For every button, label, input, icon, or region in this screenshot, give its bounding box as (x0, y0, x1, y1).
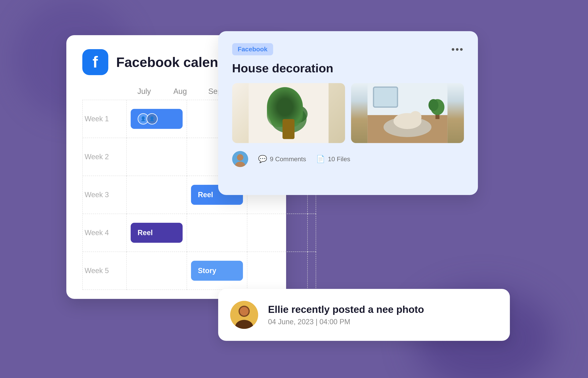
svg-point-18 (237, 154, 243, 161)
week-3-event-label: Reel (198, 191, 213, 199)
facebook-logo: f (82, 49, 108, 75)
week-4-oct (308, 214, 316, 252)
week-5-july (127, 252, 187, 290)
week-4-label-cell: Week 4 (83, 214, 127, 252)
week-4-aug (187, 214, 247, 252)
svg-rect-1 (283, 123, 294, 137)
week-1-event[interactable]: 👤 👤 (131, 109, 183, 129)
post-image-dog (351, 83, 464, 143)
week-1-label: Week 1 (85, 115, 109, 123)
svg-rect-0 (249, 83, 328, 143)
week-5-aug: Story (187, 252, 247, 290)
week-4-label: Week 4 (85, 229, 109, 237)
post-meta: 💬 9 Comments 📄 10 Files (232, 151, 464, 167)
files-count: 10 Files (328, 155, 350, 163)
month-spacer (82, 87, 126, 96)
comments-count: 9 Comments (270, 155, 306, 163)
post-image-plant (232, 83, 345, 143)
post-title: House decoration (232, 61, 464, 75)
notification-avatar (230, 301, 258, 329)
post-detail-card: Facebook ••• House decoration (218, 31, 478, 195)
week-5-event[interactable]: Story (191, 261, 243, 281)
week-5-oct (308, 252, 316, 290)
svg-point-23 (240, 307, 249, 316)
week-4-sept (247, 214, 308, 252)
svg-point-5 (279, 99, 298, 123)
files-icon: 📄 (316, 155, 325, 163)
week-2-label-cell: Week 2 (83, 138, 127, 176)
week-4-event-label: Reel (138, 229, 153, 237)
month-aug: Aug (162, 87, 198, 96)
week-2-july (127, 138, 187, 176)
scene: f Facebook calendar July Aug Sept Oct We… (54, 19, 534, 359)
platform-badge: Facebook (232, 43, 273, 55)
comments-icon: 💬 (258, 155, 267, 163)
svg-point-3 (268, 105, 293, 125)
week-4-event[interactable]: Reel (131, 223, 183, 243)
notif-avatar-svg (230, 301, 258, 329)
month-july: July (126, 87, 162, 96)
avatar-circle-2: 👤 (147, 114, 157, 124)
week-5-event-label: Story (198, 267, 216, 275)
svg-point-4 (285, 105, 307, 123)
files-meta: 📄 10 Files (316, 155, 350, 163)
week-3-label-cell: Week 3 (83, 176, 127, 214)
week-3-label: Week 3 (85, 191, 109, 199)
comments-meta: 💬 9 Comments (258, 155, 306, 163)
svg-rect-9 (374, 87, 397, 107)
week-2-label: Week 2 (85, 153, 109, 161)
post-card-header: Facebook ••• (232, 43, 464, 55)
post-author-avatar (232, 151, 248, 167)
notification-text: Ellie recently posted a nee photo 04 Jun… (268, 304, 498, 326)
author-avatar-svg (232, 151, 248, 167)
week-4-july: Reel (127, 214, 187, 252)
week-3-july (127, 176, 187, 214)
svg-point-13 (409, 111, 421, 123)
week-1-july: 👤 👤 (127, 100, 187, 138)
notification-subtitle: 04 June, 2023 | 04:00 PM (268, 318, 498, 326)
avatar-group: 👤 👤 (138, 113, 158, 124)
week-5-label-cell: Week 5 (83, 252, 127, 290)
svg-point-16 (428, 99, 438, 111)
notification-card[interactable]: Ellie recently posted a nee photo 04 Jun… (218, 289, 510, 341)
svg-point-2 (270, 105, 307, 133)
avatar-2: 👤 (147, 113, 158, 124)
notification-title: Ellie recently posted a nee photo (268, 304, 498, 315)
plant-svg (232, 83, 345, 143)
week-1-label-cell: Week 1 (83, 100, 127, 138)
week-5-label: Week 5 (85, 267, 109, 275)
more-options-button[interactable]: ••• (451, 45, 464, 54)
post-images (232, 83, 464, 143)
dog-svg (351, 83, 464, 143)
week-5-sept (247, 252, 308, 290)
facebook-logo-letter: f (93, 54, 98, 70)
